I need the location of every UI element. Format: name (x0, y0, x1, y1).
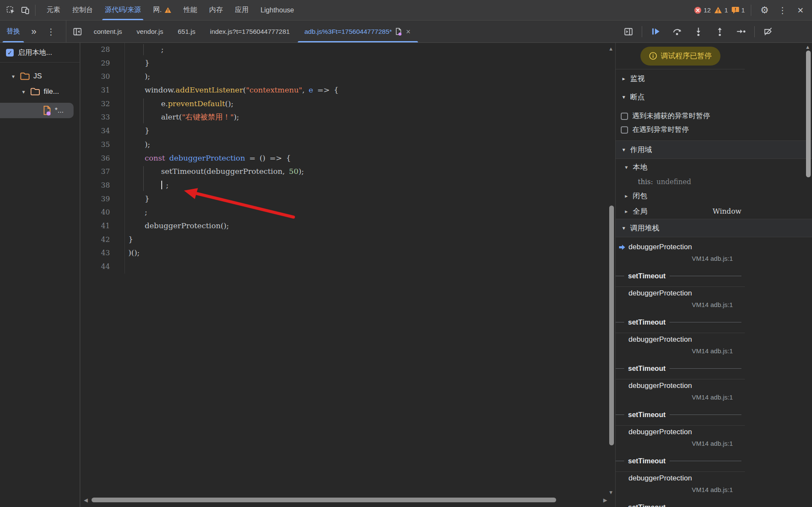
code-line[interactable]: } (128, 57, 602, 70)
code-lines[interactable]: ; } ); window.addEventListener("contextm… (128, 43, 602, 274)
call-stack-frame[interactable]: debuggerProtectionVM14 adb.js:1 (616, 379, 745, 404)
section-watch[interactable]: ▸ 监视 (616, 69, 745, 88)
line-number[interactable]: 31 (80, 84, 124, 97)
file-tab-content.js[interactable]: content.js (86, 21, 129, 42)
scrollbar-up-icon[interactable]: ▲ (805, 45, 810, 50)
file-tab-651.js[interactable]: 651.js (170, 21, 202, 42)
more-tabs-chevron-icon[interactable]: » (27, 24, 41, 39)
line-number[interactable]: 30 (80, 70, 124, 84)
call-stack-frame[interactable]: debuggerProtectionVM14 adb.js:1 (616, 287, 745, 312)
navigator-more-options-icon[interactable]: ⋮ (44, 24, 58, 39)
issues-badge[interactable]: 1 (732, 6, 745, 14)
scrollbar-right-icon[interactable]: ▶ (603, 498, 607, 503)
call-stack-frame[interactable]: debuggerProtectionVM14 adb.js:1 (616, 333, 745, 358)
line-number[interactable]: 37 (80, 165, 124, 179)
code-line[interactable]: e.preventDefault(); (128, 97, 602, 111)
section-scope[interactable]: ▾ 作用域 (616, 140, 812, 159)
step-icon[interactable] (730, 24, 752, 39)
code-line[interactable]: } (128, 233, 602, 247)
scope-local-row[interactable]: ▾ 本地 (616, 159, 745, 175)
call-stack-frame[interactable]: debuggerProtectionVM14 adb.js:1 (616, 472, 745, 497)
scope-global-row[interactable]: ▸ 全局 Window (616, 203, 745, 219)
line-number[interactable]: 35 (80, 138, 124, 152)
code-line[interactable]: ; (128, 206, 602, 219)
async-call-separator[interactable]: setTimeout (616, 450, 745, 472)
tree-item-js-folder[interactable]: ▾ JS (0, 69, 80, 84)
file-tab-index.js?t=1756044777281[interactable]: index.js?t=1756044777281 (203, 21, 297, 42)
line-number[interactable]: 40 (80, 206, 124, 219)
caret-down-icon[interactable]: ▾ (623, 164, 629, 170)
panel-tab-Lighthouse[interactable]: Lighthouse (255, 0, 300, 20)
scrollbar-up-icon[interactable]: ▲ (608, 46, 613, 51)
line-number[interactable]: 39 (80, 192, 124, 206)
code-line[interactable]: ); (128, 70, 602, 84)
file-tab-vendor.js[interactable]: vendor.js (129, 21, 170, 42)
panel-tab-网.[interactable]: 网. (147, 0, 177, 20)
panel-tab-源代码/来源[interactable]: 源代码/来源 (99, 0, 147, 20)
scrollbar-down-icon[interactable]: ▼ (608, 490, 613, 495)
more-options-icon[interactable]: ⋮ (775, 3, 790, 18)
errors-badge[interactable]: 12 (694, 6, 711, 14)
caret-down-icon[interactable]: ▾ (621, 146, 627, 153)
line-number[interactable]: 38 (80, 179, 124, 192)
panel-tab-应用[interactable]: 应用 (229, 0, 255, 20)
scope-this-row[interactable]: this: undefined (616, 175, 745, 188)
async-call-separator[interactable]: setTimeout (616, 358, 745, 379)
line-number[interactable]: 36 (80, 152, 124, 165)
code-line[interactable]: )(); (128, 246, 602, 260)
line-number[interactable]: 44 (80, 260, 124, 274)
panel-vertical-scrollbar[interactable] (806, 51, 811, 177)
line-number[interactable]: 42 (80, 233, 124, 247)
caret-down-icon[interactable]: ▾ (21, 89, 27, 95)
editor-vertical-scrollbar[interactable] (609, 206, 614, 445)
panel-tab-元素[interactable]: 元素 (41, 0, 66, 20)
line-number[interactable]: 29 (80, 57, 124, 70)
breakpoint-option-row[interactable]: 遇到未捕获的异常时暂停 (616, 109, 745, 123)
show-debugger-sidebar-icon[interactable] (618, 24, 639, 39)
code-line[interactable]: setTimeout(debuggerProtection, 50); (128, 165, 602, 179)
call-stack-frame[interactable]: debuggerProtectionVM14 adb.js:1 (616, 426, 745, 450)
section-breakpoints[interactable]: ▾ 断点 (616, 88, 745, 106)
scope-closure-row[interactable]: ▸ 闭包 (616, 188, 745, 203)
line-number[interactable]: 33 (80, 110, 124, 124)
code-line[interactable]: alert("右键被禁用！"); (128, 110, 602, 124)
caret-down-icon[interactable]: ▾ (10, 73, 16, 80)
caret-right-icon[interactable]: ▸ (621, 75, 627, 82)
show-navigator-icon[interactable] (70, 24, 85, 39)
code-line[interactable]: ); (128, 138, 602, 152)
deactivate-breakpoints-icon[interactable] (757, 24, 779, 39)
tab-replace[interactable]: 替换 (0, 21, 27, 42)
tree-item-file-folder[interactable]: ▾ file... (0, 84, 80, 99)
line-number[interactable]: 43 (80, 246, 124, 260)
code-line[interactable]: } (128, 124, 602, 138)
enable-local-overrides-row[interactable]: ✓ 启用本地... (0, 43, 80, 63)
breakpoint-option-row[interactable]: 在遇到异常时暂停 (616, 123, 745, 137)
caret-down-icon[interactable]: ▾ (621, 225, 627, 231)
step-into-icon[interactable] (688, 24, 709, 39)
code-line[interactable]: ; (128, 43, 602, 57)
inspect-element-icon[interactable] (3, 3, 18, 18)
code-line[interactable]: debuggerProtection(); (128, 219, 602, 233)
resume-script-icon[interactable] (645, 24, 666, 39)
line-number[interactable]: 32 (80, 97, 124, 111)
close-devtools-icon[interactable]: × (793, 3, 808, 18)
file-tab-adb.js%3Ft=1756044777285*[interactable]: adb.js%3Ft=1756044777285*× (297, 21, 418, 42)
code-line[interactable] (128, 260, 602, 274)
caret-right-icon[interactable]: ▸ (623, 208, 629, 215)
unchecked-checkbox-icon[interactable] (621, 113, 628, 120)
checked-checkbox-icon[interactable]: ✓ (6, 49, 14, 57)
settings-gear-icon[interactable]: ⚙ (757, 3, 772, 18)
line-number[interactable]: 28 (80, 43, 124, 57)
scrollbar-left-icon[interactable]: ◀ (84, 498, 88, 503)
panel-tab-性能[interactable]: 性能 (178, 0, 203, 20)
async-call-separator[interactable]: setTimeout (616, 404, 745, 426)
async-call-separator[interactable]: setTimeout (616, 497, 745, 507)
line-number[interactable]: 41 (80, 219, 124, 233)
step-out-icon[interactable] (709, 24, 730, 39)
device-toolbar-icon[interactable] (18, 3, 33, 18)
call-stack-frame[interactable]: debuggerProtectionVM14 adb.js:1 (616, 241, 745, 265)
code-line[interactable]: window.addEventListener("contextmenu", e… (128, 84, 602, 97)
step-over-icon[interactable] (666, 24, 688, 39)
close-tab-icon[interactable]: × (405, 27, 412, 36)
async-call-separator[interactable]: setTimeout (616, 312, 745, 333)
